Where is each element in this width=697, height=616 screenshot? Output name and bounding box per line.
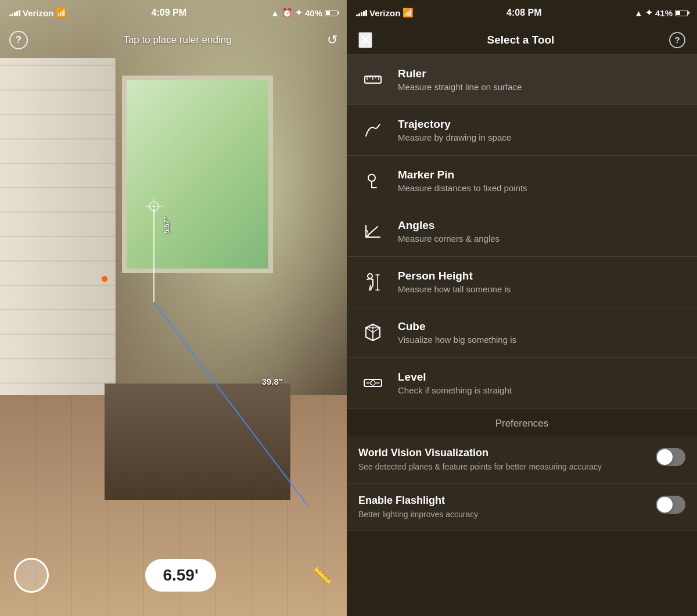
marker-pin-desc: Measure distances to fixed points xyxy=(398,183,527,193)
bluetooth-icon-left: ✦ xyxy=(295,8,303,18)
person-height-name: Person Height xyxy=(398,270,511,282)
cube-desc: Visualize how big something is xyxy=(398,335,516,345)
ruler-desc: Measure straight line on surface xyxy=(398,82,522,92)
line-measurement-label: 39.8" xyxy=(262,377,283,386)
marker-pin-name: Marker Pin xyxy=(398,169,527,181)
left-panel: 5.57" 39.8" Verizon 📶 4:09 PM ▲ ⏰ ✦ 40% xyxy=(0,0,347,616)
level-desc: Check if something is straight xyxy=(398,385,512,395)
cube-name: Cube xyxy=(398,320,516,333)
marker-pin-svg-icon xyxy=(362,170,383,191)
status-bar-right: Verizon 📶 4:08 PM ▲ ✦ 41% xyxy=(347,0,697,26)
level-svg-icon xyxy=(362,373,383,393)
svg-line-25 xyxy=(373,328,380,332)
trajectory-icon xyxy=(358,116,387,145)
battery-pct-right: 41% xyxy=(655,8,673,18)
cube-svg-icon xyxy=(362,322,383,343)
status-bar-left: Verizon 📶 4:09 PM ▲ ⏰ ✦ 40% xyxy=(0,0,347,26)
world-vision-desc: See detected planes & feature points for… xyxy=(358,461,656,473)
world-vision-text: World Vision Visualization See detected … xyxy=(358,447,656,473)
angles-name: Angles xyxy=(398,219,500,232)
pref-item-flashlight[interactable]: Enable Flashlight Better lighting improv… xyxy=(347,484,697,532)
bottom-bar-left: 6.59' 📏 xyxy=(0,552,347,599)
person-height-desc: Measure how tall someone is xyxy=(398,284,511,294)
ruler-name: Ruler xyxy=(398,67,522,80)
world-vision-toggle-knob xyxy=(657,449,673,465)
bluetooth-icon-right: ✦ xyxy=(645,8,653,18)
tool-item-person-height[interactable]: Person Height Measure how tall someone i… xyxy=(347,257,697,307)
preferences-section-header: Preferences xyxy=(347,409,697,436)
svg-point-17 xyxy=(368,274,372,278)
instruction-text: Tap to place ruler ending xyxy=(123,34,231,46)
ruler-svg-icon xyxy=(362,69,383,90)
svg-line-26 xyxy=(366,328,373,332)
trajectory-name: Trajectory xyxy=(398,118,511,131)
time-right: 4:08 PM xyxy=(506,8,541,18)
world-vision-name: World Vision Visualization xyxy=(358,447,656,459)
tool-item-cube[interactable]: Cube Visualize how big something is xyxy=(347,307,697,358)
ruler-text: Ruler Measure straight line on surface xyxy=(398,67,522,92)
tool-item-level[interactable]: Level Check if something is straight xyxy=(347,358,697,409)
flashlight-desc: Better lighting improves accuracy xyxy=(358,509,656,521)
preferences-title: Preferences xyxy=(358,418,685,429)
help-button-right[interactable]: ? xyxy=(669,32,685,48)
trajectory-text: Trajectory Measure by drawing in space xyxy=(398,118,511,142)
alarm-icon: ⏰ xyxy=(282,8,293,18)
dot-marker-left xyxy=(102,276,107,282)
flashlight-text: Enable Flashlight Better lighting improv… xyxy=(358,495,656,521)
battery-icon-left xyxy=(325,10,337,16)
location-icon-right: ▲ xyxy=(634,8,643,18)
tool-item-marker-pin[interactable]: Marker Pin Measure distances to fixed po… xyxy=(347,156,697,206)
svg-line-16 xyxy=(367,227,378,236)
person-height-icon xyxy=(358,267,387,296)
level-icon xyxy=(358,368,387,397)
tool-list: Ruler Measure straight line on surface T… xyxy=(347,55,697,616)
ruler-icon-button[interactable]: 📏 xyxy=(312,566,333,585)
cube-text: Cube Visualize how big something is xyxy=(398,320,516,345)
trajectory-svg-icon xyxy=(362,120,383,141)
cube-icon xyxy=(358,318,387,347)
angles-desc: Measure corners & angles xyxy=(398,234,500,243)
carrier-right: Verizon 📶 xyxy=(356,8,414,18)
right-panel: Verizon 📶 4:08 PM ▲ ✦ 41% ✕ Select a Too… xyxy=(347,0,697,616)
marker-pin-icon xyxy=(358,166,387,195)
flashlight-name: Enable Flashlight xyxy=(358,495,656,507)
marker-pin-text: Marker Pin Measure distances to fixed po… xyxy=(398,169,527,193)
wifi-icon-right: 📶 xyxy=(403,8,414,18)
location-icon: ▲ xyxy=(271,8,279,18)
svg-point-29 xyxy=(371,381,375,385)
shutter-button[interactable] xyxy=(14,558,49,593)
wifi-icon-left: 📶 xyxy=(56,8,67,18)
time-left: 4:09 PM xyxy=(152,8,186,18)
carrier-left: Verizon 📶 xyxy=(9,8,67,18)
panel-title: Select a Tool xyxy=(487,34,555,46)
signal-icon-right xyxy=(356,9,367,16)
world-vision-toggle[interactable] xyxy=(656,448,685,466)
flashlight-toggle[interactable] xyxy=(656,496,685,514)
battery-pct-left: 40% xyxy=(305,8,322,18)
angles-text: Angles Measure corners & angles xyxy=(398,219,500,243)
angles-icon xyxy=(358,217,387,246)
refresh-button[interactable]: ↺ xyxy=(327,33,337,48)
tool-item-ruler[interactable]: Ruler Measure straight line on surface xyxy=(347,55,697,105)
status-icons-left: ▲ ⏰ ✦ 40% xyxy=(271,8,337,18)
person-height-text: Person Height Measure how tall someone i… xyxy=(398,270,511,294)
right-top-bar: ✕ Select a Tool ? xyxy=(347,26,697,55)
pref-item-world-vision[interactable]: World Vision Visualization See detected … xyxy=(347,436,697,484)
battery-icon-right xyxy=(675,10,688,16)
angles-svg-icon xyxy=(362,221,383,242)
trajectory-desc: Measure by drawing in space xyxy=(398,132,511,142)
room-window xyxy=(122,76,273,273)
help-button-left[interactable]: ? xyxy=(9,31,28,49)
signal-icon xyxy=(9,9,20,16)
svg-point-11 xyxy=(368,174,375,181)
level-text: Level Check if something is straight xyxy=(398,371,512,395)
world-vision-toggle-wrap xyxy=(656,447,685,466)
flashlight-toggle-wrap xyxy=(656,495,685,514)
status-icons-right: ▲ ✦ 41% xyxy=(634,8,688,18)
room-desk xyxy=(105,384,290,500)
close-button[interactable]: ✕ xyxy=(358,32,372,48)
vertical-measurement-label: 5.57" xyxy=(163,216,171,233)
tool-item-angles[interactable]: Angles Measure corners & angles xyxy=(347,206,697,257)
flashlight-toggle-knob xyxy=(657,497,673,513)
tool-item-trajectory[interactable]: Trajectory Measure by drawing in space xyxy=(347,105,697,156)
